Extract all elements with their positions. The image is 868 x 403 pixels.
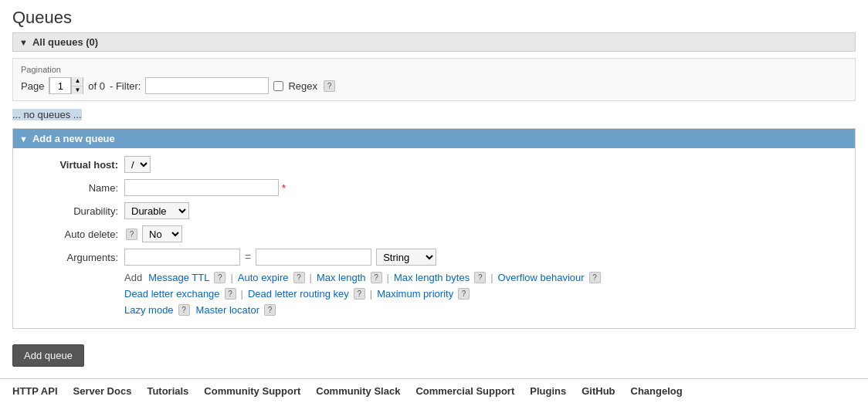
auto-delete-select[interactable]: No Yes: [142, 225, 182, 242]
footer-commercial-support[interactable]: Commercial Support: [415, 385, 514, 397]
pagination-row: Page ▲ ▼ of 0 - Filter: Regex ?: [21, 77, 847, 94]
add-args-row-2: Dead letter exchange ? | Dead letter rou…: [124, 288, 843, 300]
add-queue-body: Virtual host: / Name: * Durability: Dura…: [13, 148, 855, 328]
add-queue-title: Add a new queue: [32, 133, 115, 144]
durability-label: Durability:: [25, 205, 118, 217]
page-decrement[interactable]: ▼: [72, 86, 83, 95]
dead-letter-routing-key-help[interactable]: ?: [354, 288, 365, 300]
dead-letter-exchange-help[interactable]: ?: [225, 288, 236, 300]
arg-max-length[interactable]: Max length: [317, 272, 366, 283]
page-increment[interactable]: ▲: [72, 77, 83, 86]
add-label: Add: [124, 272, 142, 283]
max-length-bytes-help[interactable]: ?: [474, 272, 486, 283]
regex-label: Regex: [288, 80, 317, 92]
message-ttl-help[interactable]: ?: [214, 272, 225, 283]
footer-tutorials[interactable]: Tutorials: [147, 385, 188, 397]
arg-max-length-bytes[interactable]: Max length bytes: [394, 272, 470, 283]
all-queues-arrow: ▼: [19, 38, 28, 47]
overflow-behaviour-help[interactable]: ?: [589, 272, 601, 283]
page-wrapper: Queues ▼ All queues (0) Pagination Page …: [0, 0, 868, 403]
main-content: Queues ▼ All queues (0) Pagination Page …: [0, 0, 868, 378]
footer-changelog[interactable]: Changelog: [631, 385, 683, 397]
equals-sign: =: [245, 251, 251, 263]
all-queues-title: All queues (0): [32, 36, 98, 48]
auto-expire-help[interactable]: ?: [293, 272, 305, 283]
filter-label: - Filter:: [110, 80, 141, 92]
page-input[interactable]: [49, 77, 71, 94]
auto-delete-row: Auto delete: ? No Yes: [25, 225, 843, 242]
virtual-host-select[interactable]: /: [124, 156, 151, 173]
arguments-row: Arguments: = String Number Boolean List: [25, 249, 843, 266]
of-label: of 0: [88, 80, 105, 92]
sep1: |: [230, 272, 232, 283]
add-queue-header[interactable]: ▼ Add a new queue: [13, 129, 855, 148]
footer-server-docs[interactable]: Server Docs: [73, 385, 132, 397]
all-queues-header[interactable]: ▼ All queues (0): [12, 32, 856, 52]
maximum-priority-help[interactable]: ?: [458, 288, 470, 300]
regex-help[interactable]: ?: [324, 80, 335, 92]
arguments-inputs: = String Number Boolean List: [124, 249, 436, 266]
arg-lazy-mode[interactable]: Lazy mode: [124, 304, 174, 316]
footer-community-slack[interactable]: Community Slack: [316, 385, 400, 397]
auto-delete-help[interactable]: ?: [126, 229, 137, 240]
page-title: Queues: [12, 8, 856, 28]
arg-dead-letter-routing-key[interactable]: Dead letter routing key: [248, 288, 349, 300]
arg-maximum-priority[interactable]: Maximum priority: [377, 288, 453, 300]
arg-master-locator[interactable]: Master locator: [196, 304, 259, 316]
filter-input[interactable]: [145, 77, 269, 94]
footer: HTTP API Server Docs Tutorials Community…: [0, 378, 868, 403]
name-input[interactable]: [124, 179, 279, 196]
arg-overflow-behaviour[interactable]: Overflow behaviour: [498, 272, 585, 283]
name-label: Name:: [25, 182, 118, 194]
virtual-host-label: Virtual host:: [25, 159, 118, 171]
durability-row: Durability: Durable Transient: [25, 202, 843, 219]
add-args-row-3: Lazy mode ? Master locator ?: [124, 304, 843, 316]
sep2: |: [310, 272, 312, 283]
sep3: |: [387, 272, 389, 283]
sep5: |: [241, 288, 243, 300]
page-stepper[interactable]: ▲ ▼: [49, 77, 83, 94]
pagination-label: Pagination: [21, 65, 847, 74]
add-queue-section: ▼ Add a new queue Virtual host: / Name: …: [12, 128, 856, 329]
arguments-val-input[interactable]: [256, 249, 371, 266]
add-args-row-1: Add Message TTL ? | Auto expire ? | Max …: [124, 272, 843, 283]
name-row: Name: *: [25, 179, 843, 196]
no-queues-message: ... no queues ...: [12, 109, 856, 120]
required-indicator: *: [282, 182, 286, 194]
footer-community-support[interactable]: Community Support: [204, 385, 300, 397]
arg-message-ttl[interactable]: Message TTL: [148, 272, 209, 283]
virtual-host-row: Virtual host: /: [25, 156, 843, 173]
sep6: |: [370, 288, 372, 300]
footer-http-api[interactable]: HTTP API: [12, 385, 58, 397]
lazy-mode-help[interactable]: ?: [178, 304, 190, 316]
pagination-section: Pagination Page ▲ ▼ of 0 - Filter: Regex…: [12, 58, 856, 101]
add-queue-arrow: ▼: [19, 134, 28, 144]
footer-plugins[interactable]: Plugins: [530, 385, 566, 397]
auto-delete-label: Auto delete:: [25, 229, 118, 240]
add-queue-button[interactable]: Add queue: [12, 344, 84, 367]
footer-github[interactable]: GitHub: [581, 385, 615, 397]
arguments-key-input[interactable]: [124, 249, 240, 266]
stepper-buttons: ▲ ▼: [71, 77, 83, 94]
arg-dead-letter-exchange[interactable]: Dead letter exchange: [124, 288, 220, 300]
arg-auto-expire[interactable]: Auto expire: [238, 272, 289, 283]
no-queues-text: ... no queues ...: [12, 109, 82, 120]
regex-checkbox[interactable]: [273, 81, 283, 91]
arguments-label: Arguments:: [25, 252, 118, 263]
arguments-type-select[interactable]: String Number Boolean List: [376, 249, 436, 266]
max-length-help[interactable]: ?: [371, 272, 382, 283]
master-locator-help[interactable]: ?: [264, 304, 276, 316]
sep4: |: [490, 272, 493, 283]
page-label: Page: [21, 80, 44, 92]
durability-select[interactable]: Durable Transient: [124, 202, 189, 219]
